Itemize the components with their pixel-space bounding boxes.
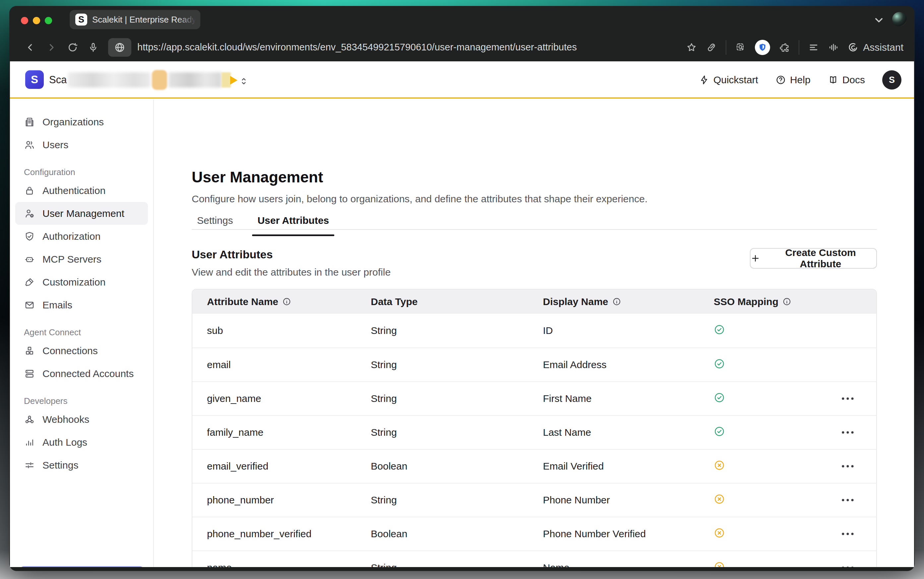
users-icon bbox=[24, 139, 35, 150]
workspace-name-redacted bbox=[68, 72, 150, 88]
sso-mapping-cell bbox=[714, 426, 837, 439]
column-header-display-name: Display Name bbox=[543, 296, 714, 307]
sidebar-item-webhooks[interactable]: Webhooks bbox=[15, 408, 148, 431]
webhook-icon bbox=[24, 414, 35, 425]
data-type-cell: String bbox=[371, 325, 543, 336]
table-row-given_name: given_nameStringFirst Name bbox=[192, 381, 876, 415]
extensions-puzzle-icon[interactable] bbox=[779, 42, 790, 53]
sidebar-item-connections[interactable]: Connections bbox=[15, 339, 148, 362]
sidebar-item-auth-logs[interactable]: Auth Logs bbox=[15, 431, 148, 454]
row-menu-ellipsis-icon[interactable] bbox=[837, 525, 859, 543]
tabs: Settings User Attributes bbox=[192, 209, 334, 236]
screenshot-search-icon[interactable] bbox=[735, 42, 746, 53]
sidebar-item-label: Users bbox=[43, 139, 68, 150]
minimize-window-button[interactable] bbox=[33, 17, 40, 24]
environment-badge-corner bbox=[230, 76, 237, 85]
row-actions-cell bbox=[837, 457, 877, 475]
table-row-email: emailStringEmail Address bbox=[192, 348, 876, 381]
browser-tab[interactable]: S Scalekit | Enterprise Ready A bbox=[70, 10, 200, 29]
assistant-swirl-icon bbox=[848, 42, 859, 53]
zoom-window-button[interactable] bbox=[45, 17, 52, 24]
copy-link-icon[interactable] bbox=[706, 42, 717, 53]
sidebar-item-label: Authentication bbox=[43, 185, 105, 196]
row-actions-cell bbox=[837, 525, 877, 543]
section-title: User Attributes bbox=[192, 248, 273, 261]
sidebar-item-users[interactable]: Users bbox=[15, 133, 148, 156]
table-header-row: Attribute NameData TypeDisplay NameSSO M… bbox=[192, 290, 876, 314]
sso-mapping-cell bbox=[714, 460, 837, 473]
table-row-email_verified: email_verifiedBooleanEmail Verified bbox=[192, 449, 876, 483]
sidebar-section-label: Configuration bbox=[10, 167, 153, 177]
lightning-icon bbox=[699, 75, 710, 85]
display-name-cell: Email Verified bbox=[543, 461, 714, 472]
x-circle-icon bbox=[714, 494, 725, 505]
back-icon[interactable] bbox=[25, 42, 36, 53]
browser-profile-avatar[interactable] bbox=[892, 12, 907, 26]
row-menu-ellipsis-icon[interactable] bbox=[837, 457, 859, 475]
workspace-name: Sca bbox=[49, 74, 67, 86]
info-icon[interactable] bbox=[282, 297, 291, 306]
row-menu-ellipsis-icon[interactable] bbox=[837, 390, 859, 407]
docs-button[interactable]: Docs bbox=[828, 74, 865, 85]
data-type-cell: String bbox=[371, 359, 543, 370]
table-row-family_name: family_nameStringLast Name bbox=[192, 415, 876, 449]
reload-icon[interactable] bbox=[67, 42, 78, 53]
sidebar-item-organizations[interactable]: Organizations bbox=[15, 110, 148, 133]
password-manager-extension-button[interactable] bbox=[755, 40, 770, 55]
sidebar-item-emails[interactable]: Emails bbox=[15, 293, 148, 316]
row-menu-ellipsis-icon[interactable] bbox=[837, 491, 859, 509]
sidebar-item-settings[interactable]: Settings bbox=[15, 454, 148, 476]
page-title: User Management bbox=[192, 168, 323, 186]
column-header-sso-mapping: SSO Mapping bbox=[714, 296, 837, 307]
sidebar-item-authentication[interactable]: Authentication bbox=[15, 179, 148, 202]
column-header-label: Attribute Name bbox=[207, 296, 278, 307]
tab-favicon: S bbox=[75, 14, 87, 26]
bar-chart-icon bbox=[24, 437, 35, 448]
app-header: S Sca Quickstart Help bbox=[10, 61, 914, 98]
toolbar-divider bbox=[799, 40, 799, 55]
url-field[interactable]: https://app.scalekit.cloud/ws/environmen… bbox=[137, 42, 686, 53]
lock-icon bbox=[24, 185, 35, 196]
info-icon[interactable] bbox=[782, 297, 792, 306]
row-actions-cell bbox=[837, 390, 877, 407]
data-type-cell: String bbox=[371, 393, 543, 404]
x-circle-icon bbox=[714, 561, 725, 568]
display-name-cell: ID bbox=[543, 325, 714, 336]
attribute-name-cell: email_verified bbox=[207, 461, 371, 472]
row-menu-ellipsis-icon[interactable] bbox=[837, 559, 859, 567]
sidebar-item-customization[interactable]: Customization bbox=[15, 271, 148, 293]
tab-settings[interactable]: Settings bbox=[192, 209, 238, 236]
sidebar-item-mcp-servers[interactable]: MCP Servers bbox=[15, 248, 148, 271]
create-custom-attribute-button[interactable]: Create Custom Attribute bbox=[750, 248, 877, 268]
toolbar-divider bbox=[726, 40, 726, 55]
site-info-button[interactable] bbox=[108, 38, 131, 57]
sidebar-item-authorization[interactable]: Authorization bbox=[15, 225, 148, 248]
row-actions-cell bbox=[837, 559, 877, 567]
workspace-selector-chevrons-icon[interactable] bbox=[239, 74, 249, 88]
voice-waveform-icon[interactable] bbox=[828, 42, 839, 53]
sidebar-item-label: Settings bbox=[43, 460, 78, 471]
attribute-name-cell: given_name bbox=[207, 393, 371, 404]
tab-list-chevron-down-icon[interactable] bbox=[872, 15, 886, 25]
environment-name-redacted bbox=[168, 72, 222, 88]
quickstart-button[interactable]: Quickstart bbox=[699, 74, 758, 85]
reading-list-icon[interactable] bbox=[808, 42, 819, 53]
section-description: View and edit the attributes in the user… bbox=[192, 267, 391, 278]
bookmark-star-icon[interactable] bbox=[686, 42, 697, 53]
sidebar-item-label: Connections bbox=[43, 345, 98, 357]
info-icon[interactable] bbox=[612, 297, 621, 306]
sidebar-item-connected-accounts[interactable]: Connected Accounts bbox=[15, 362, 148, 385]
tab-user-attributes[interactable]: User Attributes bbox=[252, 209, 334, 236]
assistant-button[interactable]: Assistant bbox=[848, 42, 903, 53]
forward-icon[interactable] bbox=[46, 42, 57, 53]
sidebar-item-user-management[interactable]: User Management bbox=[15, 202, 148, 225]
need-help-button[interactable]: Need help setting up? bbox=[20, 566, 144, 567]
user-gear-icon bbox=[24, 208, 35, 219]
user-avatar[interactable]: S bbox=[882, 70, 901, 90]
close-window-button[interactable] bbox=[21, 17, 28, 24]
browser-toolbar: https://app.scalekit.cloud/ws/environmen… bbox=[9, 33, 915, 61]
microphone-icon[interactable] bbox=[88, 42, 99, 53]
row-menu-ellipsis-icon[interactable] bbox=[837, 424, 859, 442]
help-button[interactable]: Help bbox=[775, 74, 811, 85]
sso-mapping-cell bbox=[714, 561, 837, 568]
